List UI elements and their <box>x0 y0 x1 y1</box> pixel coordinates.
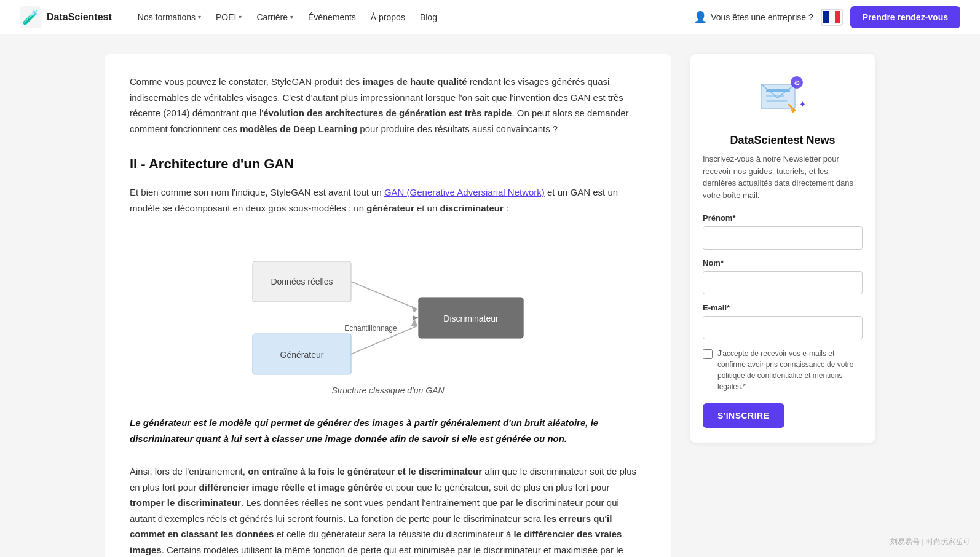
email-label: E-mail* <box>703 303 863 312</box>
gan-link[interactable]: GAN (Generative Adversiarial Network) <box>384 187 545 197</box>
nav-links: Nos formations ▾ POEI ▾ Carrière ▾ Événe… <box>132 9 689 26</box>
prenom-label: Prénom* <box>703 213 863 223</box>
chevron-down-icon: ▾ <box>239 14 242 20</box>
newsletter-card: ⚙ ✦ DataScientest News Inscrivez-vous à … <box>690 54 875 443</box>
gan-diagram: Données réelles Générateur Discriminateu… <box>228 231 548 378</box>
cta-rendez-vous-button[interactable]: Prendre rendez-vous <box>850 6 960 28</box>
svg-line-11 <box>351 282 417 309</box>
nav-evenements[interactable]: Événements <box>302 9 362 26</box>
section-paragraph: Et bien comme son nom l'indique, StyleGA… <box>130 184 646 216</box>
svg-text:✦: ✦ <box>799 100 806 109</box>
email-input[interactable] <box>703 316 863 339</box>
newsletter-icon-area: ⚙ ✦ <box>703 69 863 124</box>
language-flag-button[interactable] <box>821 9 843 26</box>
nav-carriere[interactable]: Carrière ▾ <box>250 9 299 26</box>
svg-text:Discriminateur: Discriminateur <box>443 314 499 323</box>
nav-poei[interactable]: POEI ▾ <box>210 9 248 26</box>
navbar: 🧪 DataScientest Nos formations ▾ POEI ▾ … <box>0 0 980 34</box>
nav-formations[interactable]: Nos formations ▾ <box>132 9 207 26</box>
svg-rect-2 <box>823 11 829 23</box>
chevron-down-icon: ▾ <box>290 14 293 20</box>
newsletter-form: Prénom* Nom* E-mail* J'accepte de recevo… <box>703 213 863 428</box>
consent-checkbox[interactable] <box>703 349 713 359</box>
section-heading: II - Architecture d'un GAN <box>130 156 646 172</box>
intro-paragraph: Comme vous pouvez le constater, StyleGAN… <box>130 74 646 136</box>
svg-rect-20 <box>766 100 788 102</box>
article-content: Comme vous pouvez le constater, StyleGAN… <box>105 54 671 557</box>
prenom-input[interactable] <box>703 226 863 250</box>
svg-marker-12 <box>411 306 417 313</box>
gan-diagram-container: Données réelles Générateur Discriminateu… <box>130 231 646 395</box>
logo-text: DataScientest <box>47 12 112 23</box>
nom-label: Nom* <box>703 258 863 267</box>
newsletter-icon: ⚙ ✦ <box>755 69 810 124</box>
watermark: 刘易易号 | 时尚玩家岳可 <box>890 537 970 547</box>
svg-text:Echantillonnage: Echantillonnage <box>344 324 397 333</box>
consent-row: J'accepte de recevoir vos e-mails et con… <box>703 348 863 392</box>
checkbox-label: J'accepte de recevoir vos e-mails et con… <box>717 348 863 392</box>
enterprise-icon: 👤 <box>694 10 707 24</box>
svg-text:Données réelles: Données réelles <box>271 277 333 286</box>
svg-text:⚙: ⚙ <box>794 79 800 87</box>
logo-link[interactable]: 🧪 DataScientest <box>20 6 112 28</box>
logo-icon: 🧪 <box>20 6 42 28</box>
nav-right: 👤 Vous êtes une entreprise ? Prendre ren… <box>694 6 960 28</box>
subscribe-button[interactable]: S'INSCRIRE <box>703 403 784 428</box>
nav-apropos[interactable]: À propos <box>365 9 411 26</box>
svg-text:🧪: 🧪 <box>22 9 39 26</box>
svg-rect-4 <box>835 11 840 23</box>
sidebar: ⚙ ✦ DataScientest News Inscrivez-vous à … <box>690 54 875 443</box>
page-layout: Comme vous pouvez le constater, StyleGAN… <box>90 34 890 557</box>
nav-blog[interactable]: Blog <box>414 9 443 26</box>
svg-rect-3 <box>829 11 835 23</box>
newsletter-title: DataScientest News <box>703 134 863 147</box>
diagram-caption: Structure classique d'un GAN <box>331 385 444 395</box>
svg-marker-16 <box>413 315 419 320</box>
bottom-paragraph: Ainsi, lors de l'entrainement, on entraî… <box>130 464 646 557</box>
blockquote-text: Le générateur est le modèle qui permet d… <box>130 415 646 446</box>
svg-text:Générateur: Générateur <box>280 350 324 360</box>
nom-input[interactable] <box>703 271 863 294</box>
chevron-down-icon: ▾ <box>198 14 201 20</box>
enterprise-link[interactable]: 👤 Vous êtes une entreprise ? <box>694 10 813 24</box>
france-flag-icon <box>823 11 840 23</box>
newsletter-desc: Inscrivez-vous à notre Newsletter pour r… <box>703 153 863 201</box>
